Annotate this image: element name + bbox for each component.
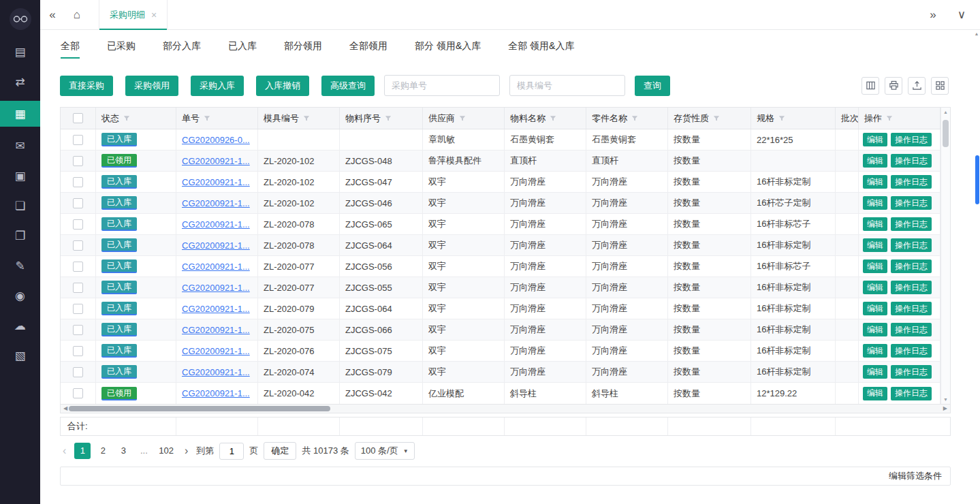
collapse-tabs-icon[interactable]: «	[40, 8, 65, 22]
mold-code-input[interactable]	[509, 75, 625, 96]
filter-icon[interactable]	[123, 115, 130, 122]
operation-log-button[interactable]: 操作日志	[891, 281, 932, 294]
edit-button[interactable]: 编辑	[863, 259, 887, 273]
app-logo-icon[interactable]	[10, 8, 31, 30]
nav-package-icon[interactable]: ▧	[0, 345, 40, 366]
filter-icon[interactable]	[459, 115, 466, 122]
edit-button[interactable]: 编辑	[863, 175, 887, 189]
edit-filter-link[interactable]: 编辑筛选条件	[889, 470, 942, 482]
edit-button[interactable]: 编辑	[863, 323, 887, 336]
operation-log-button[interactable]: 操作日志	[891, 133, 932, 146]
order-link[interactable]: CG20200921-1...	[182, 325, 250, 335]
toolbar-button-3[interactable]: 采购入库	[191, 76, 244, 96]
home-icon[interactable]: ⌂	[65, 8, 89, 22]
operation-log-button[interactable]: 操作日志	[891, 217, 932, 231]
page-button-102[interactable]: 102	[156, 443, 176, 459]
order-link[interactable]: CG20200921-1...	[182, 346, 250, 356]
scroll-up-icon[interactable]: ▲	[941, 110, 950, 114]
filter-icon[interactable]	[303, 115, 310, 122]
operation-log-button[interactable]: 操作日志	[891, 175, 932, 189]
filter-icon[interactable]	[713, 115, 720, 122]
order-link[interactable]: CG20200921-1...	[182, 219, 250, 230]
edit-button[interactable]: 编辑	[863, 196, 887, 210]
edit-button[interactable]: 编辑	[863, 154, 887, 168]
filter-tab-4[interactable]: 已入库	[228, 30, 257, 61]
row-checkbox[interactable]	[73, 156, 83, 166]
tab-purchase-details[interactable]: 采购明细 ×	[99, 0, 168, 30]
export-icon[interactable]	[908, 77, 926, 95]
expand-tabs-icon[interactable]: »	[924, 8, 942, 22]
scroll-left-icon[interactable]: ◀	[63, 405, 67, 411]
row-checkbox[interactable]	[73, 177, 83, 187]
window-scrollbar[interactable]: ▲	[974, 0, 980, 504]
vertical-scrollbar-thumb[interactable]	[943, 120, 949, 147]
edit-button[interactable]: 编辑	[863, 387, 887, 400]
order-link[interactable]: CG20200921-1...	[182, 283, 250, 293]
row-checkbox[interactable]	[73, 135, 83, 145]
column-settings-icon[interactable]	[862, 77, 879, 95]
operation-log-button[interactable]: 操作日志	[891, 196, 932, 210]
edit-button[interactable]: 编辑	[863, 133, 887, 146]
row-checkbox[interactable]	[73, 388, 83, 398]
filter-icon[interactable]	[385, 115, 392, 122]
row-checkbox[interactable]	[73, 198, 83, 208]
order-link[interactable]: CG20200921-1...	[182, 198, 250, 208]
edit-button[interactable]: 编辑	[863, 281, 887, 294]
row-checkbox[interactable]	[73, 325, 83, 335]
order-link[interactable]: CG20200921-1...	[182, 262, 250, 272]
table-horizontal-scrollbar[interactable]: ◀ ▶	[60, 405, 951, 413]
filter-tab-2[interactable]: 已采购	[107, 30, 136, 61]
order-link[interactable]: CG20200921-1...	[182, 388, 250, 398]
edit-button[interactable]: 编辑	[863, 217, 887, 231]
row-checkbox[interactable]	[73, 367, 83, 377]
filter-tab-6[interactable]: 全部领用	[349, 30, 388, 61]
row-checkbox[interactable]	[73, 240, 83, 251]
goto-confirm-button[interactable]: 确定	[264, 442, 296, 460]
goto-page-input[interactable]	[219, 443, 244, 460]
scroll-up-icon[interactable]: ▲	[974, 31, 979, 36]
window-scrollbar-thumb[interactable]	[975, 155, 979, 204]
nav-print-icon[interactable]: ▣	[0, 165, 40, 187]
nav-seal-icon[interactable]: ◉	[0, 285, 40, 306]
filter-icon[interactable]	[550, 115, 556, 122]
select-all-checkbox[interactable]	[73, 113, 83, 123]
nav-message-icon[interactable]: ✉	[0, 135, 40, 157]
order-link[interactable]: CG20200921-1...	[182, 177, 250, 187]
filter-icon[interactable]	[886, 115, 893, 122]
toolbar-button-1[interactable]: 直接采购	[60, 76, 113, 96]
nav-pen-icon[interactable]: ✎	[0, 255, 40, 277]
filter-icon[interactable]	[631, 115, 638, 122]
scroll-right-icon[interactable]: ▶	[943, 405, 947, 411]
toolbar-button-2[interactable]: 采购领用	[125, 76, 178, 96]
row-checkbox[interactable]	[73, 346, 83, 356]
scroll-down-icon[interactable]: ▼	[941, 397, 950, 402]
operation-log-button[interactable]: 操作日志	[891, 387, 932, 400]
order-link[interactable]: CG20200921-1...	[182, 240, 250, 251]
page-size-select[interactable]: 100 条/页 ▼	[355, 442, 415, 460]
edit-button[interactable]: 编辑	[863, 302, 887, 315]
toolbar-button-5[interactable]: 高级查询	[321, 76, 375, 96]
order-link[interactable]: CG20200921-1...	[182, 156, 250, 166]
purchase-order-input[interactable]	[384, 75, 500, 96]
operation-log-button[interactable]: 操作日志	[891, 302, 932, 315]
prev-page-icon[interactable]: ‹	[60, 445, 69, 457]
nav-document-icon[interactable]: ❏	[0, 195, 40, 217]
operation-log-button[interactable]: 操作日志	[891, 344, 932, 358]
edit-button[interactable]: 编辑	[863, 344, 887, 358]
operation-log-button[interactable]: 操作日志	[891, 259, 932, 273]
nav-transfer-icon[interactable]: ⇄	[0, 71, 40, 93]
nav-card-icon[interactable]: ▤	[0, 41, 40, 63]
filter-tab-3[interactable]: 部分入库	[163, 30, 201, 61]
next-page-icon[interactable]: ›	[182, 445, 191, 457]
edit-button[interactable]: 编辑	[863, 238, 887, 252]
filter-tab-1[interactable]: 全部	[61, 30, 80, 61]
horizontal-scrollbar-thumb[interactable]	[69, 406, 330, 411]
search-button[interactable]: 查询	[635, 76, 670, 96]
nav-file-icon[interactable]: ❐	[0, 225, 40, 247]
operation-log-button[interactable]: 操作日志	[891, 323, 932, 336]
page-button-2[interactable]: 2	[95, 443, 111, 459]
filter-tab-7[interactable]: 部分 领用&入库	[415, 30, 481, 61]
operation-log-button[interactable]: 操作日志	[891, 154, 932, 168]
order-link[interactable]: CG20200921-1...	[182, 367, 250, 377]
order-link[interactable]: CG20200921-1...	[182, 304, 250, 314]
